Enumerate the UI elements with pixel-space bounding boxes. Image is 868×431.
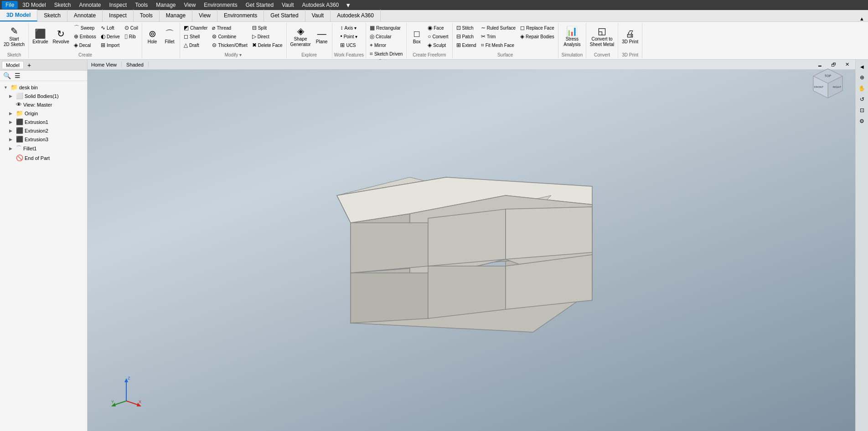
homeview-btn[interactable]: Home View xyxy=(89,62,119,68)
emboss-btn[interactable]: ⊕Emboss xyxy=(72,32,98,41)
derive-btn[interactable]: ◐Derive xyxy=(99,32,122,41)
menu-environments[interactable]: Environments xyxy=(200,1,241,9)
convert-sheetmetal-btn[interactable]: ◱ Convert toSheet Metal xyxy=(588,24,616,50)
sculpt-btn[interactable]: ◈Sculpt xyxy=(426,41,450,49)
viewport[interactable]: Home View Shaded 🗕 🗗 ✕ TOP RIGHT FRONT xyxy=(88,60,855,431)
rectangular-btn[interactable]: ▦Rectangular xyxy=(368,24,404,32)
expand-fillet1[interactable]: ▶ xyxy=(9,146,15,151)
tree-item-origin[interactable]: ▶ 📁 Origin xyxy=(0,109,87,118)
tab-a360[interactable]: Autodesk A360 xyxy=(331,10,381,21)
import-btn[interactable]: ⊞Import xyxy=(99,41,122,49)
tab-3dmodel[interactable]: 3D Model xyxy=(0,10,37,21)
point-btn[interactable]: •Point ▾ xyxy=(338,32,359,41)
menu-inspect[interactable]: Inspect xyxy=(105,1,130,9)
chamfer-btn[interactable]: ◩Chamfer xyxy=(182,24,209,32)
menu-file[interactable]: File xyxy=(2,1,18,9)
sidebar-search-btn[interactable]: 🔍 xyxy=(2,72,12,80)
plane-btn[interactable]: — Plane xyxy=(314,24,330,50)
menu-tools[interactable]: Tools xyxy=(131,1,151,9)
tab-sketch[interactable]: Sketch xyxy=(37,10,67,21)
menu-3dmodel[interactable]: 3D Model xyxy=(19,1,49,9)
menu-getstarted[interactable]: Get Started xyxy=(242,1,277,9)
tree-item-deskbin[interactable]: ▼ 📁 desk bin xyxy=(0,83,87,92)
rt-settings-btn[interactable]: ⚙ xyxy=(857,116,867,126)
expand-deskbin[interactable]: ▼ xyxy=(4,85,9,90)
box-btn[interactable]: □ Box xyxy=(408,24,425,50)
expand-extrusion1[interactable]: ▶ xyxy=(9,120,15,124)
tab-inspect[interactable]: Inspect xyxy=(103,10,134,21)
draft-btn[interactable]: △Draft xyxy=(182,41,209,49)
sidebar-tab-model[interactable]: Model xyxy=(2,61,24,69)
combine-btn[interactable]: ⊜Combine xyxy=(210,32,249,41)
stitch-btn[interactable]: ⊡Stitch xyxy=(455,24,478,32)
sweep-btn[interactable]: ⌒Sweep xyxy=(72,24,98,32)
replaceface-btn[interactable]: ◻Replace Face xyxy=(518,24,556,32)
expand-extrusion3[interactable]: ▶ xyxy=(9,137,15,142)
circular-btn[interactable]: ◎Circular xyxy=(368,32,404,41)
face-btn[interactable]: ◉Face xyxy=(426,24,450,32)
tree-item-viewmaster[interactable]: 👁 View: Master xyxy=(0,100,87,109)
ucs-btn[interactable]: ⊞UCS xyxy=(338,41,359,49)
shell-btn[interactable]: ◻Shell xyxy=(182,32,209,41)
convert-btn[interactable]: ○Convert xyxy=(426,32,450,41)
mirror-btn[interactable]: ⌖Mirror xyxy=(368,41,404,49)
tab-view[interactable]: View xyxy=(192,10,217,21)
decal-btn[interactable]: ◈Decal xyxy=(72,41,98,49)
axis-btn[interactable]: ↕Axis ▾ xyxy=(338,24,359,32)
tree-item-extrusion3[interactable]: ▶ ⬛ Extrusion3 xyxy=(0,135,87,144)
rt-fit-btn[interactable]: ⊡ xyxy=(857,105,867,115)
expand-origin[interactable]: ▶ xyxy=(9,111,15,116)
rib-btn[interactable]: ⌷Rib xyxy=(123,32,140,41)
tree-item-endofpart[interactable]: 🚫 End of Part xyxy=(0,154,87,162)
thread-btn[interactable]: ⌀Thread xyxy=(210,24,249,32)
menu-a360[interactable]: Autodesk A360 xyxy=(299,1,343,9)
menu-expand-btn[interactable]: ▼ xyxy=(345,2,351,9)
shaded-btn[interactable]: Shaded xyxy=(124,62,145,68)
trim-btn[interactable]: ✂Trim xyxy=(479,32,517,41)
thicken-btn[interactable]: ⊝Thicken/Offset xyxy=(210,41,249,49)
sketchdriven-btn[interactable]: ⌗Sketch Driven xyxy=(368,50,404,58)
loft-btn[interactable]: ∿Loft xyxy=(99,24,122,32)
tab-environments[interactable]: Environments xyxy=(217,10,264,21)
coil-btn[interactable]: ⊙Coil xyxy=(123,24,140,32)
expand-extrusion2[interactable]: ▶ xyxy=(9,128,15,133)
extrude-btn[interactable]: ⬛ Extrude xyxy=(31,24,50,50)
menu-view[interactable]: View xyxy=(181,1,200,9)
rt-rotate-btn[interactable]: ↺ xyxy=(857,94,867,104)
stress-analysis-btn[interactable]: 📊 StressAnalysis xyxy=(560,24,584,50)
menu-annotate[interactable]: Annotate xyxy=(75,1,104,9)
extend-btn[interactable]: ⊞Extend xyxy=(455,41,478,49)
tab-tools[interactable]: Tools xyxy=(134,10,160,21)
rt-expand-btn[interactable]: ◀ xyxy=(857,62,867,72)
fillet-btn[interactable]: ⌒ Fillet xyxy=(161,24,178,50)
shape-generator-btn[interactable]: ◈ ShapeGenerator xyxy=(289,24,313,50)
tab-manage[interactable]: Manage xyxy=(160,10,192,21)
menu-sketch[interactable]: Sketch xyxy=(51,1,75,9)
sidebar-add-btn[interactable]: + xyxy=(27,62,31,69)
tree-item-extrusion2[interactable]: ▶ ⬛ Extrusion2 xyxy=(0,126,87,135)
expand-solidbodies[interactable]: ▶ xyxy=(9,94,15,98)
fitmeshface-btn[interactable]: ⌗Fit Mesh Face xyxy=(479,41,517,49)
deleteface-btn[interactable]: ✖Delete Face xyxy=(250,41,284,49)
revolve-btn[interactable]: ↻ Revolve xyxy=(51,24,71,50)
tab-getstarted[interactable]: Get Started xyxy=(264,10,305,21)
menu-vault[interactable]: Vault xyxy=(278,1,297,9)
repairbodies-btn[interactable]: ◈Repair Bodies xyxy=(518,32,556,41)
split-btn[interactable]: ⊟Split xyxy=(250,24,284,32)
3dprint-btn[interactable]: 🖨 3D Print xyxy=(620,24,640,50)
menu-manage[interactable]: Manage xyxy=(152,1,179,9)
direct-btn[interactable]: ▷Direct xyxy=(250,32,284,41)
tree-item-extrusion1[interactable]: ▶ ⬛ Extrusion1 xyxy=(0,118,87,126)
sidebar-menu-btn[interactable]: ☰ xyxy=(13,72,22,80)
viewcube[interactable]: TOP RIGHT FRONT xyxy=(811,67,844,100)
tree-item-fillet1[interactable]: ▶ ⌒ Fillet1 xyxy=(0,144,87,154)
hole-btn[interactable]: ⊚ Hole xyxy=(144,24,160,50)
rt-zoom-btn[interactable]: ⊕ xyxy=(857,72,867,82)
ruledsurface-btn[interactable]: ∼Ruled Surface xyxy=(479,24,517,32)
rt-pan-btn[interactable]: ✋ xyxy=(857,83,867,93)
patch-btn[interactable]: ⊟Patch xyxy=(455,32,478,41)
ribbon-minimize-btn[interactable]: ▲ xyxy=(859,16,864,21)
tab-annotate[interactable]: Annotate xyxy=(67,10,103,21)
tab-vault[interactable]: Vault xyxy=(305,10,331,21)
start-2d-sketch-btn[interactable]: ✎ Start2D Sketch xyxy=(2,24,26,50)
